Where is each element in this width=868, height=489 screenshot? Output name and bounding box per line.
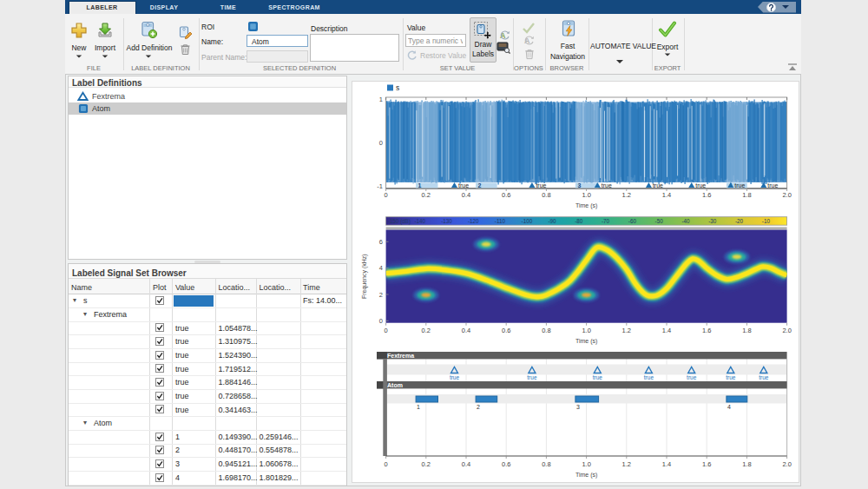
svg-text:0.2: 0.2 bbox=[422, 460, 431, 468]
svg-text:1.4: 1.4 bbox=[662, 327, 671, 334]
svg-text:3: 3 bbox=[576, 404, 580, 410]
svg-text:true: true bbox=[527, 374, 537, 380]
svg-text:-10: -10 bbox=[762, 218, 771, 224]
svg-text:2.0: 2.0 bbox=[782, 327, 791, 334]
svg-text:3: 3 bbox=[577, 182, 581, 188]
svg-text:-110: -110 bbox=[495, 218, 506, 224]
svg-text:-40: -40 bbox=[681, 218, 690, 224]
svg-text:Frequency (kHz): Frequency (kHz) bbox=[361, 254, 368, 299]
svg-text:1.6: 1.6 bbox=[702, 327, 711, 334]
svg-text:s: s bbox=[396, 83, 399, 92]
svg-text:-20: -20 bbox=[735, 218, 744, 224]
svg-text:true: true bbox=[653, 182, 663, 188]
svg-text:true: true bbox=[687, 374, 697, 380]
svg-text:0: 0 bbox=[385, 327, 388, 334]
svg-text:-50: -50 bbox=[655, 218, 664, 224]
svg-text:-140: -140 bbox=[414, 218, 425, 224]
svg-text:-120: -120 bbox=[468, 218, 479, 224]
svg-text:0.8: 0.8 bbox=[542, 460, 550, 468]
svg-text:true: true bbox=[593, 374, 603, 380]
svg-text:0.2: 0.2 bbox=[422, 327, 431, 334]
svg-text:1.8: 1.8 bbox=[742, 191, 751, 199]
svg-text:1.4: 1.4 bbox=[662, 460, 671, 468]
svg-text:0.4: 0.4 bbox=[462, 191, 470, 199]
svg-text:4: 4 bbox=[727, 404, 731, 410]
svg-text:0: 0 bbox=[379, 317, 383, 325]
svg-text:true: true bbox=[734, 182, 745, 188]
svg-text:Time (s): Time (s) bbox=[575, 338, 597, 345]
svg-text:0.6: 0.6 bbox=[502, 327, 510, 334]
svg-text:true: true bbox=[759, 374, 769, 380]
svg-text:1.8: 1.8 bbox=[742, 327, 751, 334]
svg-text:-1: -1 bbox=[377, 182, 383, 190]
svg-text:true: true bbox=[602, 182, 612, 188]
svg-text:true: true bbox=[767, 182, 778, 188]
svg-text:2: 2 bbox=[478, 182, 482, 188]
svg-text:-130: -130 bbox=[441, 218, 452, 224]
svg-text:1.0: 1.0 bbox=[582, 191, 590, 199]
svg-text:1.6: 1.6 bbox=[702, 460, 711, 468]
svg-text:1.0: 1.0 bbox=[582, 327, 590, 334]
svg-text:-90: -90 bbox=[548, 218, 556, 224]
svg-text:2.0: 2.0 bbox=[782, 460, 791, 468]
svg-text:Time (s): Time (s) bbox=[575, 202, 597, 209]
svg-text:true: true bbox=[695, 182, 706, 188]
svg-text:2: 2 bbox=[477, 404, 480, 410]
svg-text:Time (s): Time (s) bbox=[575, 472, 597, 479]
svg-text:0.6: 0.6 bbox=[502, 191, 510, 199]
svg-text:6: 6 bbox=[379, 238, 383, 246]
svg-text:true: true bbox=[458, 182, 469, 188]
svg-text:-150 (dB): -150 (dB) bbox=[388, 218, 411, 225]
svg-text:1: 1 bbox=[379, 96, 383, 103]
svg-text:1.2: 1.2 bbox=[622, 191, 631, 199]
svg-text:2.0: 2.0 bbox=[782, 191, 791, 199]
svg-text:1.6: 1.6 bbox=[702, 191, 711, 199]
svg-text:0: 0 bbox=[379, 139, 383, 147]
svg-text:0.8: 0.8 bbox=[542, 191, 550, 199]
svg-text:-60: -60 bbox=[628, 218, 637, 224]
svg-text:1: 1 bbox=[418, 182, 422, 188]
svg-text:0: 0 bbox=[385, 460, 388, 468]
svg-text:Atom: Atom bbox=[387, 382, 403, 388]
svg-text:2: 2 bbox=[379, 291, 383, 299]
svg-text:1.2: 1.2 bbox=[622, 460, 631, 468]
svg-text:0.6: 0.6 bbox=[502, 460, 510, 468]
svg-text:true: true bbox=[450, 374, 460, 380]
svg-text:true: true bbox=[536, 182, 546, 188]
svg-text:0: 0 bbox=[385, 191, 388, 199]
svg-text:0.8: 0.8 bbox=[542, 327, 550, 334]
svg-text:-70: -70 bbox=[602, 218, 610, 224]
svg-text:0.4: 0.4 bbox=[462, 460, 470, 468]
svg-text:-80: -80 bbox=[575, 218, 583, 224]
svg-text:Fextrema: Fextrema bbox=[387, 353, 414, 359]
svg-text:-30: -30 bbox=[708, 218, 717, 224]
svg-text:true: true bbox=[726, 374, 736, 380]
svg-text:0.2: 0.2 bbox=[422, 191, 431, 199]
svg-text:1.2: 1.2 bbox=[622, 327, 631, 334]
svg-text:0.4: 0.4 bbox=[462, 327, 470, 334]
svg-text:1.0: 1.0 bbox=[582, 460, 590, 468]
svg-text:1: 1 bbox=[417, 404, 420, 410]
svg-text:1.8: 1.8 bbox=[742, 460, 751, 468]
svg-text:true: true bbox=[644, 374, 654, 380]
svg-text:4: 4 bbox=[379, 264, 383, 272]
svg-text:-100: -100 bbox=[522, 218, 533, 224]
svg-text:1.4: 1.4 bbox=[662, 191, 671, 199]
